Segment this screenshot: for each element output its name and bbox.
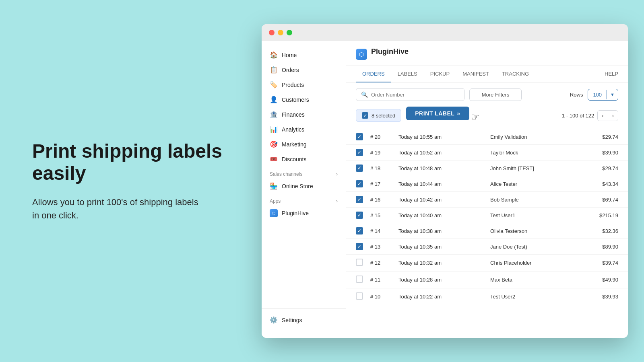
close-button[interactable]: [269, 30, 275, 35]
tab-help[interactable]: HELP: [605, 66, 618, 82]
row-checkbox[interactable]: ✓: [356, 212, 370, 219]
order-number: # 15: [370, 212, 398, 218]
order-customer: Emily Validation: [490, 134, 582, 140]
row-checkbox[interactable]: ✓: [356, 243, 370, 250]
main-panel: ⬡ PluginHive ORDERS LABELS PICKUP MANIFE…: [346, 41, 628, 338]
row-checkbox[interactable]: [356, 276, 370, 284]
search-box[interactable]: 🔍: [356, 88, 464, 101]
selected-count: 8 selected: [372, 113, 395, 119]
checkbox-row6[interactable]: ✓: [356, 212, 363, 219]
marketing-area: Print shipping labels easily Allows you …: [0, 0, 262, 362]
rows-dropdown-arrow[interactable]: ▼: [607, 90, 618, 99]
marketing-title: Print shipping labels easily: [32, 140, 229, 184]
checkbox-row9[interactable]: [356, 259, 363, 266]
checkbox-row10[interactable]: [356, 276, 363, 283]
sidebar-item-discounts[interactable]: 🎟️ Discounts: [262, 152, 346, 167]
order-customer: Test User2: [490, 294, 582, 300]
order-customer: Olivia Testerson: [490, 228, 582, 234]
tab-manifest[interactable]: MANIFEST: [456, 66, 495, 82]
order-date: Today at 10:32 am: [398, 260, 490, 266]
orders-icon: 📋: [270, 66, 278, 74]
order-date: Today at 10:42 am: [398, 197, 490, 203]
tab-spacer: [535, 66, 605, 82]
order-amount: $29.74: [582, 134, 618, 140]
marketing-subtitle: Allows you to print 100's of shipping la…: [32, 195, 198, 222]
tab-tracking[interactable]: TRACKING: [495, 66, 535, 82]
row-checkbox[interactable]: ✓: [356, 180, 370, 187]
order-number: # 11: [370, 277, 398, 283]
print-label-button[interactable]: PRINT LABEL »: [406, 107, 469, 120]
order-date: Today at 10:48 am: [398, 165, 490, 171]
order-customer: Max Beta: [490, 277, 582, 283]
sidebar-item-label: Finances: [282, 111, 305, 118]
sales-channels-chevron: ›: [336, 171, 338, 177]
row-checkbox[interactable]: ✓: [356, 133, 370, 140]
apps-section[interactable]: Apps ›: [262, 193, 346, 206]
rows-select[interactable]: 100 ▼: [588, 89, 618, 101]
order-number: # 18: [370, 165, 398, 171]
search-input[interactable]: [371, 92, 459, 98]
sidebar-item-settings[interactable]: ⚙️ Settings: [262, 313, 346, 327]
sidebar-item-label: Marketing: [282, 141, 306, 148]
sidebar-item-products[interactable]: 🏷️ Products: [262, 77, 346, 92]
sidebar-item-label: PluginHive: [282, 210, 309, 216]
maximize-button[interactable]: [287, 30, 292, 35]
sidebar-item-label: Orders: [282, 67, 299, 73]
sidebar-item-finances[interactable]: 🏦 Finances: [262, 107, 346, 122]
sidebar-item-customers[interactable]: 👤 Customers: [262, 92, 346, 107]
sidebar-item-label: Discounts: [282, 156, 306, 162]
more-filters-button[interactable]: More Filters: [469, 88, 522, 101]
pagination-text: 1 - 100 of 122: [562, 113, 594, 119]
order-customer: Taylor Mock: [490, 150, 582, 156]
sidebar-item-marketing[interactable]: 🎯 Marketing: [262, 137, 346, 152]
sales-channels-label: Sales channels: [270, 171, 302, 177]
row-checkbox[interactable]: ✓: [356, 196, 370, 203]
checkbox-row3[interactable]: ✓: [356, 165, 363, 172]
tab-pickup[interactable]: PICKUP: [424, 66, 456, 82]
checkbox-row8[interactable]: ✓: [356, 243, 363, 250]
row-checkbox[interactable]: ✓: [356, 165, 370, 172]
checkbox-row1[interactable]: ✓: [356, 133, 363, 140]
sidebar-item-home[interactable]: 🏠 Home: [262, 47, 346, 62]
table-row: ✓ # 18 Today at 10:48 am John Smith [TES…: [346, 160, 628, 176]
checkbox-row11[interactable]: [356, 292, 363, 300]
minimize-button[interactable]: [278, 30, 283, 35]
order-date: Today at 10:35 am: [398, 244, 490, 250]
order-amount: $69.74: [582, 197, 618, 203]
tab-labels[interactable]: LABELS: [391, 66, 424, 82]
customers-icon: 👤: [270, 96, 278, 103]
sidebar-item-label: Home: [282, 52, 297, 58]
order-customer: Chris Placeholder: [490, 260, 582, 266]
row-checkbox[interactable]: ✓: [356, 149, 370, 156]
analytics-icon: 📊: [270, 125, 278, 133]
sales-channels-section[interactable]: Sales channels ›: [262, 167, 346, 179]
order-date: Today at 10:44 am: [398, 181, 490, 187]
marketing-icon: 🎯: [270, 140, 278, 148]
table-row: ✓ # 13 Today at 10:35 am Jane Doe (Test)…: [346, 239, 628, 255]
sidebar-item-orders[interactable]: 📋 Orders: [262, 62, 346, 77]
rows-label: Rows: [570, 92, 583, 98]
sidebar-nav: 🏠 Home 📋 Orders 🏷️ Products 👤 Customers …: [262, 47, 346, 308]
pagination-next[interactable]: ›: [608, 111, 618, 121]
settings-icon: ⚙️: [270, 316, 278, 324]
sidebar-item-pluginhive[interactable]: ⬡ PluginHive: [262, 206, 346, 221]
store-icon: 🏪: [270, 182, 278, 190]
order-number: # 20: [370, 134, 398, 140]
order-number: # 12: [370, 260, 398, 266]
table-row: ✓ # 20 Today at 10:55 am Emily Validatio…: [346, 129, 628, 145]
pagination-prev[interactable]: ‹: [598, 111, 608, 121]
checkbox-row5[interactable]: ✓: [356, 196, 363, 203]
row-checkbox[interactable]: [356, 259, 370, 267]
action-bar: ✓ 8 selected PRINT LABEL » ☞ 1 - 100 of …: [346, 107, 628, 129]
row-checkbox[interactable]: ✓: [356, 227, 370, 234]
sidebar-item-analytics[interactable]: 📊 Analytics: [262, 122, 346, 137]
sidebar-item-online-store[interactable]: 🏪 Online Store: [262, 179, 346, 193]
checkbox-row7[interactable]: ✓: [356, 227, 363, 234]
checkbox-row4[interactable]: ✓: [356, 180, 363, 187]
app-header: ⬡ PluginHive: [346, 41, 628, 66]
tab-orders[interactable]: ORDERS: [356, 66, 391, 82]
checkbox-row2[interactable]: ✓: [356, 149, 363, 156]
pluginhive-logo: ⬡: [270, 209, 278, 217]
row-checkbox[interactable]: [356, 292, 370, 301]
sidebar-item-label: Products: [282, 82, 304, 88]
